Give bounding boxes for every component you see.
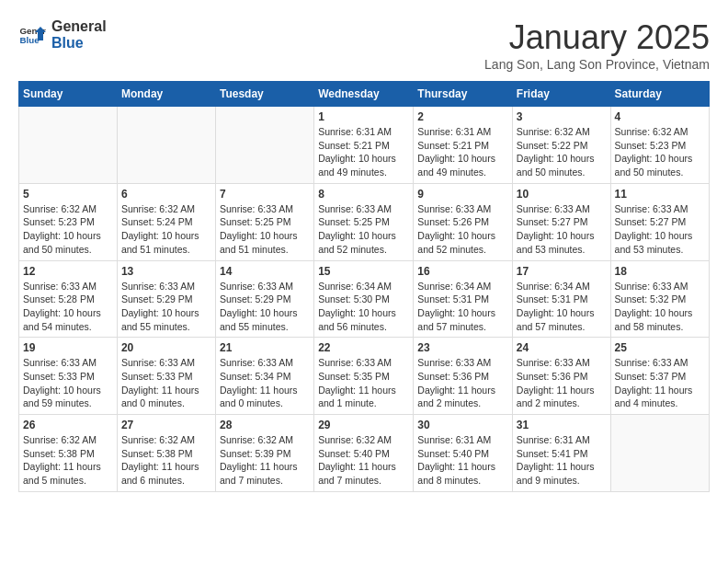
day-info: Sunrise: 6:32 AM Sunset: 5:39 PM Dayligh… bbox=[220, 433, 310, 488]
calendar-cell: 28Sunrise: 6:32 AM Sunset: 5:39 PM Dayli… bbox=[215, 415, 313, 492]
day-number: 13 bbox=[121, 265, 211, 278]
day-info: Sunrise: 6:33 AM Sunset: 5:29 PM Dayligh… bbox=[121, 280, 211, 334]
day-number: 28 bbox=[220, 419, 310, 431]
day-info: Sunrise: 6:33 AM Sunset: 5:33 PM Dayligh… bbox=[121, 356, 211, 410]
logo-icon: General Blue bbox=[18, 21, 46, 49]
day-number: 18 bbox=[615, 265, 705, 278]
day-info: Sunrise: 6:33 AM Sunset: 5:27 PM Dayligh… bbox=[615, 202, 705, 257]
week-row-5: 26Sunrise: 6:32 AM Sunset: 5:38 PM Dayli… bbox=[19, 415, 710, 492]
day-info: Sunrise: 6:34 AM Sunset: 5:31 PM Dayligh… bbox=[417, 280, 508, 334]
day-number: 2 bbox=[417, 110, 508, 123]
calendar-cell: 24Sunrise: 6:33 AM Sunset: 5:36 PM Dayli… bbox=[512, 338, 610, 415]
day-number: 21 bbox=[220, 341, 310, 354]
calendar-cell: 5Sunrise: 6:32 AM Sunset: 5:23 PM Daylig… bbox=[19, 183, 118, 260]
day-info: Sunrise: 6:32 AM Sunset: 5:23 PM Dayligh… bbox=[615, 125, 705, 179]
calendar-cell: 17Sunrise: 6:34 AM Sunset: 5:31 PM Dayli… bbox=[512, 260, 610, 338]
calendar-cell: 30Sunrise: 6:31 AM Sunset: 5:40 PM Dayli… bbox=[414, 415, 513, 492]
day-info: Sunrise: 6:33 AM Sunset: 5:34 PM Dayligh… bbox=[220, 356, 310, 410]
col-wednesday: Wednesday bbox=[314, 82, 414, 107]
day-number: 3 bbox=[517, 110, 607, 123]
day-info: Sunrise: 6:33 AM Sunset: 5:37 PM Dayligh… bbox=[615, 356, 705, 410]
day-number: 5 bbox=[23, 188, 113, 201]
calendar-cell: 9Sunrise: 6:33 AM Sunset: 5:26 PM Daylig… bbox=[414, 183, 513, 260]
day-number: 23 bbox=[417, 341, 508, 354]
day-info: Sunrise: 6:33 AM Sunset: 5:25 PM Dayligh… bbox=[220, 202, 310, 257]
month-title: January 2025 bbox=[484, 18, 710, 57]
calendar-cell: 2Sunrise: 6:31 AM Sunset: 5:21 PM Daylig… bbox=[414, 107, 513, 184]
calendar-cell: 23Sunrise: 6:33 AM Sunset: 5:36 PM Dayli… bbox=[414, 338, 513, 415]
day-number: 22 bbox=[318, 341, 409, 354]
day-info: Sunrise: 6:32 AM Sunset: 5:38 PM Dayligh… bbox=[121, 433, 211, 488]
calendar-cell: 13Sunrise: 6:33 AM Sunset: 5:29 PM Dayli… bbox=[117, 260, 215, 338]
col-sunday: Sunday bbox=[19, 82, 118, 107]
week-row-4: 19Sunrise: 6:33 AM Sunset: 5:33 PM Dayli… bbox=[19, 338, 710, 415]
calendar-cell: 16Sunrise: 6:34 AM Sunset: 5:31 PM Dayli… bbox=[414, 260, 513, 338]
calendar-cell: 19Sunrise: 6:33 AM Sunset: 5:33 PM Dayli… bbox=[19, 338, 118, 415]
day-info: Sunrise: 6:32 AM Sunset: 5:38 PM Dayligh… bbox=[23, 433, 113, 488]
calendar-cell: 1Sunrise: 6:31 AM Sunset: 5:21 PM Daylig… bbox=[314, 107, 414, 184]
day-info: Sunrise: 6:33 AM Sunset: 5:26 PM Dayligh… bbox=[417, 202, 508, 257]
day-number: 9 bbox=[417, 188, 508, 201]
calendar-cell: 7Sunrise: 6:33 AM Sunset: 5:25 PM Daylig… bbox=[215, 183, 313, 260]
calendar-cell: 20Sunrise: 6:33 AM Sunset: 5:33 PM Dayli… bbox=[117, 338, 215, 415]
calendar-table: Sunday Monday Tuesday Wednesday Thursday… bbox=[18, 81, 710, 492]
week-row-1: 1Sunrise: 6:31 AM Sunset: 5:21 PM Daylig… bbox=[19, 107, 710, 184]
day-number: 11 bbox=[615, 188, 705, 201]
day-number: 27 bbox=[121, 419, 211, 431]
day-info: Sunrise: 6:32 AM Sunset: 5:23 PM Dayligh… bbox=[23, 202, 113, 257]
day-info: Sunrise: 6:32 AM Sunset: 5:40 PM Dayligh… bbox=[318, 433, 409, 488]
day-number: 7 bbox=[220, 188, 310, 201]
day-info: Sunrise: 6:33 AM Sunset: 5:32 PM Dayligh… bbox=[615, 280, 705, 334]
day-info: Sunrise: 6:32 AM Sunset: 5:22 PM Dayligh… bbox=[517, 125, 607, 179]
calendar-cell bbox=[215, 107, 313, 184]
day-info: Sunrise: 6:33 AM Sunset: 5:36 PM Dayligh… bbox=[417, 356, 508, 410]
calendar-cell bbox=[19, 107, 118, 184]
day-number: 12 bbox=[23, 265, 113, 278]
day-number: 31 bbox=[517, 419, 607, 431]
day-number: 14 bbox=[220, 265, 310, 278]
calendar-cell: 22Sunrise: 6:33 AM Sunset: 5:35 PM Dayli… bbox=[314, 338, 414, 415]
col-monday: Monday bbox=[117, 82, 215, 107]
day-number: 20 bbox=[121, 341, 211, 354]
calendar-cell: 26Sunrise: 6:32 AM Sunset: 5:38 PM Dayli… bbox=[19, 415, 118, 492]
calendar-cell: 15Sunrise: 6:34 AM Sunset: 5:30 PM Dayli… bbox=[314, 260, 414, 338]
day-number: 17 bbox=[517, 265, 607, 278]
calendar-cell: 4Sunrise: 6:32 AM Sunset: 5:23 PM Daylig… bbox=[610, 107, 709, 184]
day-number: 16 bbox=[417, 265, 508, 278]
day-info: Sunrise: 6:34 AM Sunset: 5:31 PM Dayligh… bbox=[517, 280, 607, 334]
day-info: Sunrise: 6:33 AM Sunset: 5:29 PM Dayligh… bbox=[220, 280, 310, 334]
day-info: Sunrise: 6:33 AM Sunset: 5:33 PM Dayligh… bbox=[23, 356, 113, 410]
calendar-cell: 10Sunrise: 6:33 AM Sunset: 5:27 PM Dayli… bbox=[512, 183, 610, 260]
svg-text:Blue: Blue bbox=[20, 35, 40, 45]
day-info: Sunrise: 6:31 AM Sunset: 5:21 PM Dayligh… bbox=[417, 125, 508, 179]
day-number: 24 bbox=[517, 341, 607, 354]
calendar-cell: 31Sunrise: 6:31 AM Sunset: 5:41 PM Dayli… bbox=[512, 415, 610, 492]
page-header: General Blue General Blue January 2025 L… bbox=[18, 18, 710, 72]
day-info: Sunrise: 6:31 AM Sunset: 5:40 PM Dayligh… bbox=[417, 433, 508, 488]
calendar-cell: 6Sunrise: 6:32 AM Sunset: 5:24 PM Daylig… bbox=[117, 183, 215, 260]
calendar-cell bbox=[117, 107, 215, 184]
day-info: Sunrise: 6:31 AM Sunset: 5:21 PM Dayligh… bbox=[318, 125, 409, 179]
day-number: 29 bbox=[318, 419, 409, 431]
calendar-cell: 18Sunrise: 6:33 AM Sunset: 5:32 PM Dayli… bbox=[610, 260, 709, 338]
week-row-3: 12Sunrise: 6:33 AM Sunset: 5:28 PM Dayli… bbox=[19, 260, 710, 338]
calendar-cell: 3Sunrise: 6:32 AM Sunset: 5:22 PM Daylig… bbox=[512, 107, 610, 184]
calendar-cell bbox=[610, 415, 709, 492]
day-number: 25 bbox=[615, 341, 705, 354]
week-row-2: 5Sunrise: 6:32 AM Sunset: 5:23 PM Daylig… bbox=[19, 183, 710, 260]
col-saturday: Saturday bbox=[610, 82, 709, 107]
logo-text-general: General bbox=[51, 18, 107, 35]
day-number: 4 bbox=[615, 110, 705, 123]
col-friday: Friday bbox=[512, 82, 610, 107]
day-number: 8 bbox=[318, 188, 409, 201]
calendar-cell: 29Sunrise: 6:32 AM Sunset: 5:40 PM Dayli… bbox=[314, 415, 414, 492]
day-info: Sunrise: 6:33 AM Sunset: 5:28 PM Dayligh… bbox=[23, 280, 113, 334]
day-number: 10 bbox=[517, 188, 607, 201]
day-number: 15 bbox=[318, 265, 409, 278]
logo-text-blue: Blue bbox=[51, 35, 107, 52]
day-number: 19 bbox=[23, 341, 113, 354]
logo: General Blue General Blue bbox=[18, 18, 107, 51]
day-number: 1 bbox=[318, 110, 409, 123]
day-info: Sunrise: 6:33 AM Sunset: 5:35 PM Dayligh… bbox=[318, 356, 409, 410]
day-number: 6 bbox=[121, 188, 211, 201]
